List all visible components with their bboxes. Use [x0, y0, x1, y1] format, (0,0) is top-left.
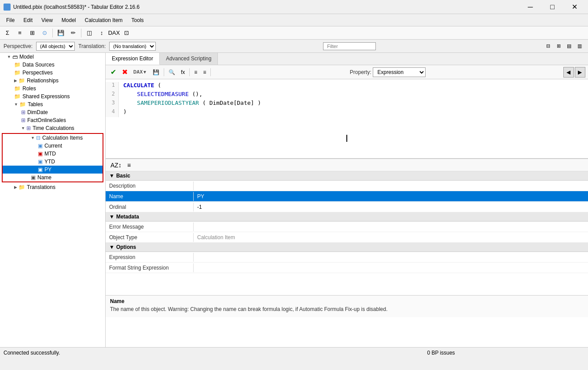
tree-time-calculations[interactable]: ▼ ⊞ Time Calculations: [0, 124, 105, 132]
close-button[interactable]: ✕: [564, 0, 584, 14]
menu-file[interactable]: File: [2, 15, 19, 25]
code-line-3: 3 SAMEPERIODLASTYEAR ( DimDate[Date] ): [106, 100, 588, 108]
menu-edit[interactable]: Edit: [19, 15, 37, 25]
tree-label-datasources: Data Sources: [22, 62, 55, 68]
filter-input[interactable]: [323, 42, 376, 50]
cols-icon[interactable]: ▤: [564, 41, 574, 51]
tree-label-mtd: MTD: [44, 151, 56, 157]
props-key-description: Description: [106, 181, 194, 190]
tree-tables[interactable]: ▼ 📁 Tables: [0, 100, 105, 108]
calc-item-icon-ytd: ▣: [38, 159, 43, 165]
status-connected: Connected successfully.: [4, 350, 290, 356]
props-sort-az[interactable]: AZ↕: [108, 160, 124, 170]
tree-data-sources[interactable]: 📁 Data Sources: [0, 61, 105, 69]
line-num-1: 1: [106, 82, 119, 91]
editor-toolbar: ✔ ✖ DAX▼ 💾 🔍 fx ≡ ≡ Property: Expression…: [106, 65, 588, 79]
tree-ytd[interactable]: ▣ YTD: [3, 158, 103, 166]
folder-icon-roles: 📁: [14, 85, 21, 92]
dax-button[interactable]: DAX: [108, 28, 120, 38]
tab-advanced-scripting[interactable]: Advanced Scripting: [160, 53, 218, 65]
maximize-button[interactable]: □: [542, 0, 562, 14]
tree-relationships[interactable]: ▶ 📁 Relationships: [0, 77, 105, 85]
align-right-button[interactable]: ≡: [201, 68, 208, 77]
fx-button[interactable]: fx: [179, 68, 187, 77]
line-num-3: 3: [106, 100, 119, 108]
align-left-button[interactable]: ≡: [192, 68, 199, 77]
props-category-btn[interactable]: ≡: [125, 160, 133, 170]
save-expr-button[interactable]: 💾: [151, 68, 162, 77]
props-row-objecttype[interactable]: Object Type Calculation Item: [106, 232, 588, 243]
tree-dimdate[interactable]: ⊞ DimDate: [0, 108, 105, 116]
menu-model[interactable]: Model: [57, 15, 81, 25]
minimize-button[interactable]: ─: [520, 0, 540, 14]
props-row-description[interactable]: Description: [106, 181, 588, 191]
tree-translations[interactable]: ▶ 📁 Translations: [0, 183, 105, 191]
chevron-translations: ▶: [14, 185, 17, 189]
tree-name[interactable]: ▣ Name: [3, 174, 103, 181]
tree-shared-expressions[interactable]: 📁 Shared Expressions: [0, 92, 105, 100]
menu-view[interactable]: View: [37, 15, 57, 25]
save-button[interactable]: 💾: [55, 28, 66, 38]
tree-factonlinesales[interactable]: ⊞ FactOnlineSales: [0, 116, 105, 124]
tree-label-shared: Shared Expressions: [22, 93, 70, 100]
menu-bar: File Edit View Model Calculation Item To…: [0, 14, 588, 26]
tree-current[interactable]: ▣ Current: [3, 142, 103, 150]
layout-icon[interactable]: ▥: [575, 41, 584, 51]
help-text: The name of this object. Warning: Changi…: [110, 306, 584, 312]
code-editor[interactable]: 1 CALCULATE ( 2 SELECTEDMEASURE (), 3 SA…: [106, 79, 588, 159]
props-row-format-string[interactable]: Format String Expression: [106, 263, 588, 273]
status-bar: Connected successfully. 0 BP issues: [0, 347, 588, 358]
tree-label-current: Current: [44, 143, 62, 149]
tree-calc-items[interactable]: ▼ ⊟ Calculation Items: [3, 134, 103, 142]
chevron-model: ▼: [7, 55, 11, 59]
reject-button[interactable]: ✖: [120, 67, 130, 78]
view-icon[interactable]: ⊞: [554, 41, 563, 51]
edit-button[interactable]: ✏: [67, 28, 79, 38]
props-row-errormsg[interactable]: Error Message: [106, 222, 588, 232]
split-button[interactable]: ◫: [84, 28, 95, 38]
folder-icon-tables: 📁: [19, 101, 26, 107]
dax-format-button[interactable]: DAX▼: [131, 68, 149, 76]
nav-back-button[interactable]: ◀: [563, 67, 574, 78]
perspective-select[interactable]: (All objects): [36, 42, 75, 51]
list-button[interactable]: ≡: [14, 28, 26, 38]
section-metadata-label: Metadata: [116, 214, 139, 220]
translation-label: Translation:: [78, 43, 106, 49]
menu-calculation-item[interactable]: Calculation Item: [81, 15, 127, 25]
props-row-ordinal[interactable]: Ordinal -1: [106, 202, 588, 212]
left-panel: ▼ 🗃 Model 📁 Data Sources 📁 Perspectives …: [0, 53, 106, 347]
tree-perspectives[interactable]: 📁 Perspectives: [0, 69, 105, 77]
search-button[interactable]: 🔍: [166, 68, 177, 77]
menu-tools[interactable]: Tools: [127, 15, 148, 25]
grid-button[interactable]: ⊞: [26, 28, 38, 38]
tree-label-translations: Translations: [27, 184, 55, 190]
translation-select[interactable]: (No translation): [109, 42, 156, 51]
tree-label-tables: Tables: [28, 101, 43, 107]
props-row-expression[interactable]: Expression: [106, 252, 588, 263]
props-val-errormsg: [194, 226, 588, 228]
props-section-options[interactable]: ▼ Options: [106, 243, 588, 252]
props-row-name[interactable]: Name PY: [106, 191, 588, 202]
tab-expression-editor[interactable]: Expression Editor: [106, 53, 160, 65]
tree-py[interactable]: ▣ PY: [3, 166, 103, 174]
props-section-basic[interactable]: ▼ Basic: [106, 171, 588, 181]
title-bar-controls: ─ □ ✕: [520, 0, 584, 14]
circle-button[interactable]: ⊙: [39, 28, 50, 38]
tree-roles[interactable]: 📁 Roles: [0, 85, 105, 92]
tree-mtd[interactable]: ▣ MTD: [3, 150, 103, 158]
perspective-bar: Perspective: (All objects) Translation: …: [0, 40, 588, 53]
nav-forward-button[interactable]: ▶: [575, 67, 585, 78]
filter-icon[interactable]: ⊟: [543, 41, 553, 51]
table-icon-dimdate: ⊞: [21, 109, 26, 115]
property-select[interactable]: Expression: [373, 67, 426, 77]
calc-group-icon: ⊟: [36, 135, 40, 141]
props-section-metadata[interactable]: ▼ Metadata: [106, 212, 588, 222]
tree-root[interactable]: ▼ 🗃 Model: [0, 53, 105, 61]
props-val-name: PY: [194, 192, 588, 201]
accept-button[interactable]: ✔: [108, 67, 118, 78]
sigma-button[interactable]: Σ: [2, 28, 13, 38]
grid2-button[interactable]: ⊡: [121, 28, 132, 38]
props-key-expression: Expression: [106, 253, 194, 262]
tree-label-perspectives: Perspectives: [22, 70, 53, 76]
sort-button[interactable]: ↕: [96, 28, 107, 38]
